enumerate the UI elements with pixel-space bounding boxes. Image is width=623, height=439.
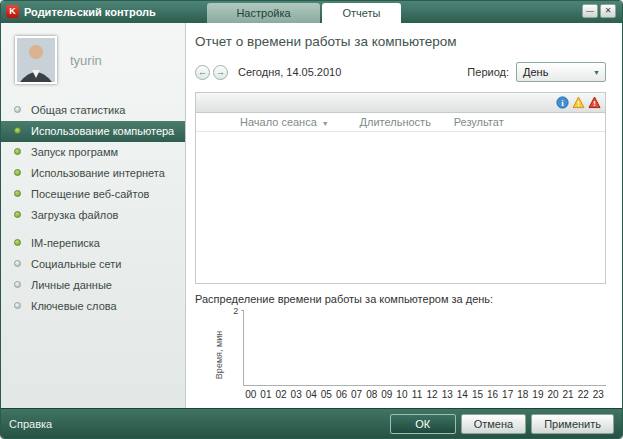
date-label: Сегодня, 14.05.2010 — [238, 66, 341, 78]
column-duration[interactable]: Длительность — [360, 116, 454, 128]
x-tick: 21 — [561, 389, 576, 400]
sidebar-item-website-visits[interactable]: Посещение веб-сайтов — [1, 184, 185, 205]
page-title: Отчет о времени работы за компьютером — [195, 34, 606, 49]
x-tick: 00 — [243, 389, 258, 400]
column-label: Начало сеанса — [240, 116, 317, 128]
sessions-table: i ! ! Начало сеанса▼ Длительность — [195, 92, 606, 284]
x-tick: 10 — [394, 389, 409, 400]
tab-reports-label: Отчеты — [342, 7, 380, 19]
chevron-down-icon: ▼ — [593, 69, 600, 76]
x-tick: 02 — [273, 389, 288, 400]
period-select[interactable]: День ▼ — [516, 62, 606, 82]
sort-desc-icon: ▼ — [322, 120, 329, 127]
bullet-icon — [14, 148, 21, 155]
tab-reports[interactable]: Отчеты — [322, 3, 401, 23]
column-result[interactable]: Результат — [454, 116, 605, 128]
apply-button[interactable]: Применить — [531, 414, 614, 434]
sidebar-item-label: Загрузка файлов — [31, 209, 118, 221]
bullet-icon — [14, 190, 21, 197]
avatar — [15, 36, 57, 84]
warning-icon[interactable]: ! — [572, 96, 585, 109]
tab-settings[interactable]: Настройка — [207, 3, 320, 23]
info-icon[interactable]: i — [556, 96, 569, 109]
sidebar: tyurin Общая статистика Использование ко… — [1, 23, 186, 408]
x-tick: 07 — [349, 389, 364, 400]
sidebar-item-label: Ключевые слова — [31, 300, 117, 312]
sidebar-item-general-stats[interactable]: Общая статистика — [1, 100, 185, 121]
sidebar-item-internet-usage[interactable]: Использование интернета — [1, 163, 185, 184]
table-header-row: Начало сеанса▼ Длительность Результат — [196, 113, 605, 132]
close-button[interactable]: ✕ — [600, 4, 616, 18]
sidebar-item-file-downloads[interactable]: Загрузка файлов — [1, 205, 185, 226]
x-tick: 09 — [379, 389, 394, 400]
period-value: День — [523, 66, 593, 78]
x-tick: 20 — [545, 389, 560, 400]
username: tyurin — [70, 53, 102, 68]
prev-day-button[interactable]: ← — [195, 65, 210, 80]
user-block: tyurin — [1, 36, 185, 100]
bullet-icon — [14, 169, 21, 176]
period-label: Период: — [467, 66, 509, 78]
sidebar-item-label: Посещение веб-сайтов — [31, 188, 149, 200]
chart-x-axis-ticks: 00 01 02 03 04 05 06 07 08 09 10 11 12 1… — [243, 389, 606, 400]
sidebar-item-label: Использование интернета — [31, 167, 165, 179]
footer-bar: Справка ОК Отмена Применить — [1, 408, 622, 438]
usage-time-chart: Время, мин 2 00 01 02 03 04 05 06 — [195, 310, 606, 400]
x-tick: 16 — [485, 389, 500, 400]
sidebar-item-label: IM-переписка — [31, 237, 100, 249]
sidebar-item-program-launch[interactable]: Запуск программ — [1, 142, 185, 163]
x-tick: 18 — [515, 389, 530, 400]
bullet-icon — [14, 106, 21, 113]
window-controls: — ✕ — [582, 4, 616, 18]
sidebar-item-label: Общая статистика — [31, 104, 125, 116]
help-link[interactable]: Справка — [9, 418, 52, 430]
sidebar-item-keywords[interactable]: Ключевые слова — [1, 296, 185, 317]
chart-y-axis-label: Время, мин — [195, 310, 243, 400]
minimize-button[interactable]: — — [582, 4, 598, 18]
chart-plot-area: 2 — [243, 310, 606, 386]
bullet-icon — [14, 239, 21, 246]
table-toolbar: i ! ! — [196, 93, 605, 113]
x-tick: 03 — [289, 389, 304, 400]
kaspersky-logo-icon: K — [6, 5, 19, 18]
svg-text:!: ! — [593, 99, 596, 108]
sidebar-item-personal-data[interactable]: Личные данные — [1, 275, 185, 296]
chart-y-tick: 2 — [233, 306, 238, 316]
date-nav-row: ← → Сегодня, 14.05.2010 Период: День ▼ — [195, 62, 606, 82]
x-tick: 15 — [470, 389, 485, 400]
ok-button[interactable]: ОК — [390, 414, 456, 434]
cancel-button[interactable]: Отмена — [461, 414, 526, 434]
x-tick: 11 — [409, 389, 424, 400]
sidebar-item-label: Использование компьютера — [31, 125, 174, 137]
bullet-icon — [14, 127, 21, 134]
sidebar-item-im-messaging[interactable]: IM-переписка — [1, 233, 185, 254]
chart-y-tick-mark — [241, 310, 244, 311]
x-tick: 17 — [500, 389, 515, 400]
x-tick: 01 — [258, 389, 273, 400]
table-body-empty — [196, 132, 605, 283]
user-photo — [17, 38, 55, 82]
x-tick: 04 — [304, 389, 319, 400]
report-panel: Отчет о времени работы за компьютером ← … — [186, 23, 622, 408]
window-title: Родительский контроль — [24, 6, 156, 18]
parental-control-window: K Родительский контроль Настройка Отчеты… — [0, 0, 623, 439]
sidebar-item-computer-usage[interactable]: Использование компьютера — [1, 121, 185, 142]
x-tick: 22 — [576, 389, 591, 400]
bullet-icon — [14, 281, 21, 288]
x-tick: 08 — [364, 389, 379, 400]
x-tick: 23 — [591, 389, 606, 400]
sidebar-item-social-networks[interactable]: Социальные сети — [1, 254, 185, 275]
error-icon[interactable]: ! — [588, 96, 601, 109]
bullet-icon — [14, 260, 21, 267]
next-day-button[interactable]: → — [213, 65, 228, 80]
column-session-start[interactable]: Начало сеанса▼ — [196, 116, 360, 128]
tab-settings-label: Настройка — [236, 7, 290, 19]
sidebar-item-label: Личные данные — [31, 279, 112, 291]
sidebar-item-label: Запуск программ — [31, 146, 118, 158]
x-tick: 19 — [530, 389, 545, 400]
sidebar-group-divider — [1, 226, 185, 233]
bullet-icon — [14, 302, 21, 309]
svg-text:!: ! — [577, 99, 580, 108]
chart-caption: Распределение времени работы за компьюте… — [195, 293, 606, 305]
titlebar: K Родительский контроль Настройка Отчеты… — [1, 1, 622, 23]
